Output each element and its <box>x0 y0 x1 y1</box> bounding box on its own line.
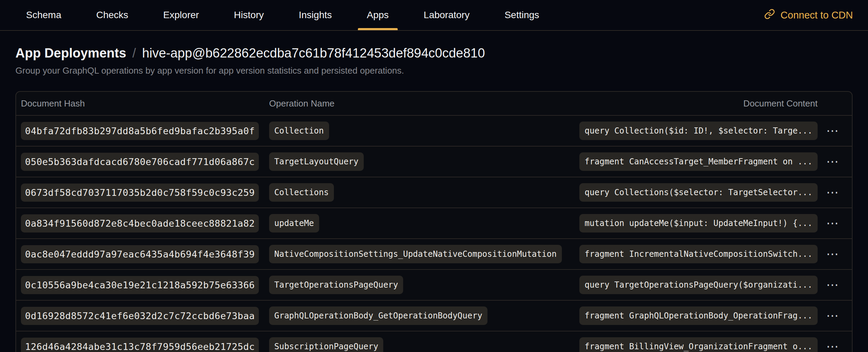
document-hash-chip: 0ac8e047eddd97a97eac6435a4b694f4e3648f39 <box>21 245 259 263</box>
ellipsis-icon: ⋯ <box>826 339 839 352</box>
table-row: 0673df58cd7037117035b2d0c758f59c0c93c259… <box>16 177 852 208</box>
operation-name-chip: GraphQLOperationBody_GetOperationBodyQue… <box>269 306 487 325</box>
row-menu-button[interactable]: ⋯ <box>823 153 842 170</box>
nav-tab-schema[interactable]: Schema <box>17 0 70 30</box>
operation-name-chip: TargetOperationsPageQuery <box>269 276 403 294</box>
operation-name-chip: Collections <box>269 183 334 202</box>
app-deployments-page: App Deployments / hive-app@b622862ecdba7… <box>0 46 868 352</box>
nav-tab-insights[interactable]: Insights <box>290 0 341 30</box>
connect-to-cdn-button[interactable]: Connect to CDN <box>764 0 853 30</box>
row-menu-button[interactable]: ⋯ <box>823 338 842 352</box>
nav-tab-label: Checks <box>96 10 128 21</box>
nav-tab-label: Apps <box>367 10 389 21</box>
column-header-document-content: Document Content <box>743 98 818 109</box>
nav-tab-laboratory[interactable]: Laboratory <box>415 0 479 30</box>
nav-tab-history[interactable]: History <box>225 0 273 30</box>
table-row: 050e5b363dafdcacd6780e706cadf771d06a867c… <box>16 146 852 177</box>
table-row: 0a834f91560d872e8c4bec0ade18ceec88821a82… <box>16 208 852 238</box>
document-hash-chip: 126d46a4284abe31c13c78f7959d56eeb21725dc <box>21 338 259 352</box>
ellipsis-icon: ⋯ <box>826 124 839 138</box>
nav-tab-label: Explorer <box>163 10 199 21</box>
ellipsis-icon: ⋯ <box>826 216 839 230</box>
row-menu-button[interactable]: ⋯ <box>823 215 842 231</box>
document-content-chip: query Collections($selector: TargetSelec… <box>579 183 818 202</box>
document-content-chip: fragment BillingView_OrganizationFragmen… <box>579 337 818 352</box>
connect-to-cdn-label: Connect to CDN <box>781 10 853 21</box>
nav-tab-apps[interactable]: Apps <box>358 0 398 30</box>
document-content-chip: fragment GraphQLOperationBody_OperationF… <box>579 306 818 325</box>
operation-name-chip: updateMe <box>269 214 319 232</box>
table-row: 0ac8e047eddd97a97eac6435a4b694f4e3648f39… <box>16 238 852 269</box>
row-menu-button[interactable]: ⋯ <box>823 123 842 139</box>
document-content-chip: query TargetOperationsPageQuery($organiz… <box>579 276 818 294</box>
breadcrumb: App Deployments / hive-app@b622862ecdba7… <box>15 46 853 61</box>
row-menu-button[interactable]: ⋯ <box>823 277 842 293</box>
table-row: 126d46a4284abe31c13c78f7959d56eeb21725dc… <box>16 331 852 352</box>
documents-table-card: Document Hash Operation Name Document Co… <box>15 91 853 352</box>
operation-name-chip: TargetLayoutQuery <box>269 152 364 171</box>
document-content-chip: fragment CanAccessTarget_MemberFragment … <box>579 152 818 171</box>
ellipsis-icon: ⋯ <box>826 309 839 323</box>
operation-name-chip: NativeCompositionSettings_UpdateNativeCo… <box>269 245 562 263</box>
row-menu-button[interactable]: ⋯ <box>823 246 842 262</box>
document-content-chip: query Collection($id: ID!, $selector: Ta… <box>579 122 818 140</box>
document-hash-chip: 0d16928d8572c41ef6e032d2c7c72ccbd6e73baa <box>21 307 259 325</box>
document-hash-chip: 0673df58cd7037117035b2d0c758f59c0c93c259 <box>21 184 259 202</box>
table-row: 0d16928d8572c41ef6e032d2c7c72ccbd6e73baa… <box>16 300 852 331</box>
breadcrumb-separator: / <box>132 46 136 61</box>
table-header-row: Document Hash Operation Name Document Co… <box>16 92 852 115</box>
document-hash-chip: 04bfa72dfb83b297dd8a5b6fed9bafac2b395a0f <box>21 122 259 140</box>
nav-tab-label: Laboratory <box>424 10 470 21</box>
document-hash-chip: 050e5b363dafdcacd6780e706cadf771d06a867c <box>21 153 259 171</box>
document-content-chip: mutation updateMe($input: UpdateMeInput!… <box>579 214 818 232</box>
nav-tab-label: Schema <box>26 10 61 21</box>
row-menu-button[interactable]: ⋯ <box>823 307 842 324</box>
nav-tab-checks[interactable]: Checks <box>87 0 137 30</box>
nav-tab-label: Settings <box>505 10 539 21</box>
page-subtitle: Group your GraphQL operations by app ver… <box>15 65 853 76</box>
row-menu-button[interactable]: ⋯ <box>823 184 842 201</box>
breadcrumb-app-deployments-link[interactable]: App Deployments <box>15 46 126 61</box>
nav-tab-explorer[interactable]: Explorer <box>154 0 208 30</box>
table-row: 0c10556a9be4ca30e19e21c1218a592b75e63366… <box>16 269 852 300</box>
document-hash-chip: 0a834f91560d872e8c4bec0ade18ceec88821a82 <box>21 214 259 232</box>
operation-name-chip: SubscriptionPageQuery <box>269 337 383 352</box>
breadcrumb-deployment-name: hive-app@b622862ecdba7c61b78f412453def89… <box>142 46 485 61</box>
document-content-chip: fragment IncrementalNativeCompositionSwi… <box>579 245 818 263</box>
link-icon <box>764 9 775 22</box>
nav-tab-label: History <box>234 10 264 21</box>
nav-tabs: Schema Checks Explorer History Insights … <box>17 0 548 30</box>
ellipsis-icon: ⋯ <box>826 278 839 292</box>
ellipsis-icon: ⋯ <box>826 154 839 168</box>
ellipsis-icon: ⋯ <box>826 185 839 199</box>
table-body: 04bfa72dfb83b297dd8a5b6fed9bafac2b395a0f… <box>16 115 852 352</box>
nav-tab-label: Insights <box>299 10 332 21</box>
nav-tab-settings[interactable]: Settings <box>496 0 548 30</box>
column-header-operation-name: Operation Name <box>269 98 743 109</box>
table-row: 04bfa72dfb83b297dd8a5b6fed9bafac2b395a0f… <box>16 115 852 146</box>
operation-name-chip: Collection <box>269 122 329 140</box>
column-header-document-hash: Document Hash <box>21 98 269 109</box>
ellipsis-icon: ⋯ <box>826 247 839 261</box>
top-navigation: Schema Checks Explorer History Insights … <box>0 0 868 31</box>
document-hash-chip: 0c10556a9be4ca30e19e21c1218a592b75e63366 <box>21 276 259 294</box>
